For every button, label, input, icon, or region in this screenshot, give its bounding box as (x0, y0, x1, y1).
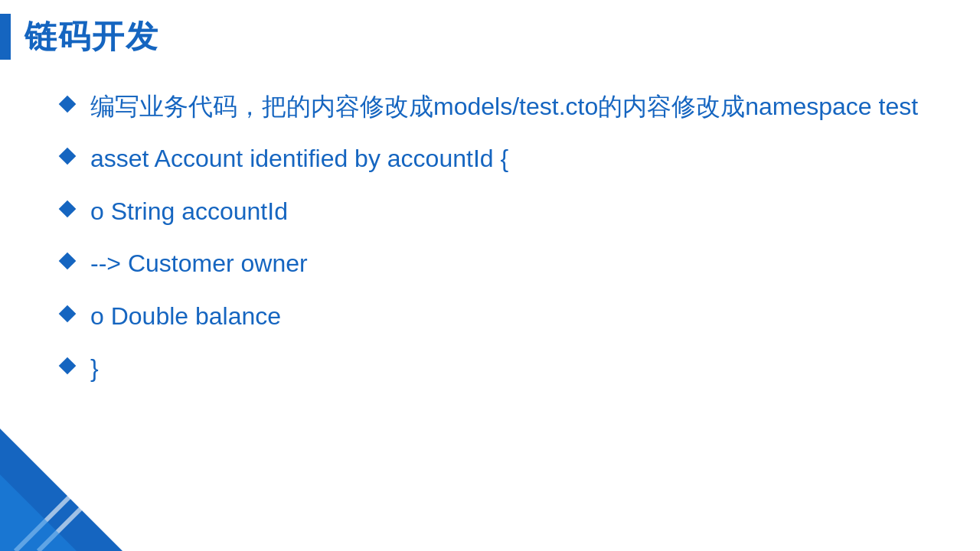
bullet-diamond-icon (59, 200, 77, 217)
bullet-text: } (90, 350, 934, 386)
list-item: --> Customer owner (61, 246, 934, 281)
bullet-diamond-icon (59, 357, 77, 375)
list-item: o String accountId (61, 194, 934, 229)
bullet-diamond-icon (59, 305, 77, 322)
bullet-diamond-icon (59, 253, 77, 270)
slide-header: 链码开发 (0, 0, 980, 73)
slide-title: 链码开发 (24, 15, 159, 58)
bullet-text: o Double balance (90, 298, 934, 334)
list-item: o Double balance (61, 298, 934, 334)
list-item: } (61, 350, 934, 386)
list-item: asset Account identified by accountId { (61, 141, 934, 176)
list-item: 编写业务代码，把的内容修改成models/test.cto的内容修改成names… (61, 89, 934, 124)
header-accent-bar (0, 14, 11, 60)
bullet-text: --> Customer owner (90, 246, 934, 281)
bullet-diamond-icon (59, 96, 77, 113)
bullet-text: o String accountId (90, 194, 934, 229)
bullet-list: 编写业务代码，把的内容修改成models/test.cto的内容修改成names… (61, 89, 934, 386)
slide-content: 编写业务代码，把的内容修改成models/test.cto的内容修改成names… (0, 73, 980, 418)
decorative-shapes (0, 383, 168, 551)
bullet-text: asset Account identified by accountId { (90, 141, 934, 176)
bullet-diamond-icon (59, 148, 77, 165)
bullet-text: 编写业务代码，把的内容修改成models/test.cto的内容修改成names… (90, 89, 934, 124)
